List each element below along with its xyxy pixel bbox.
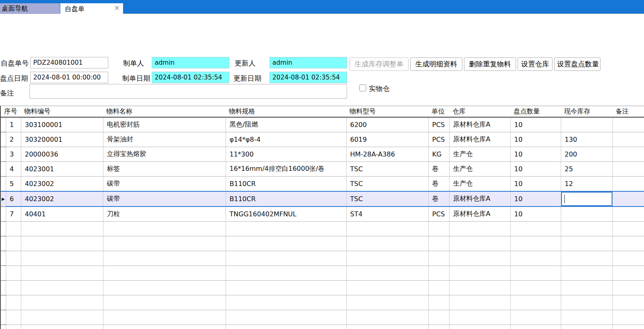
cell-name[interactable]: 碳带 <box>103 191 226 206</box>
cell-warehouse[interactable]: 生产仓 <box>449 162 510 177</box>
cell-warehouse[interactable]: 生产仓 <box>449 177 510 192</box>
generate-detail-button[interactable]: 生成明细资料 <box>410 57 462 71</box>
cell-remark[interactable] <box>612 191 644 206</box>
col-header-8[interactable]: 现今库存 <box>561 106 612 118</box>
cell-remark[interactable] <box>612 147 644 162</box>
delete-duplicate-button[interactable]: 删除重复物料 <box>464 57 516 71</box>
table-row[interactable]: 1303100001电机密封筋黑色/阻燃6200PCS原材料仓库A10 <box>0 117 644 132</box>
cell-remark[interactable] <box>612 162 644 177</box>
table-row[interactable]: 54023002碳带B110CRTSC卷生产仓1012 <box>0 177 644 192</box>
cell-stock[interactable] <box>561 191 612 206</box>
cell-stock[interactable]: 130 <box>561 132 612 147</box>
cell-code[interactable]: 4023002 <box>21 177 103 192</box>
cell-code[interactable]: 303200001 <box>21 132 103 147</box>
cell-remark[interactable] <box>612 117 644 132</box>
cell-warehouse[interactable]: 原材料仓库A <box>449 132 510 147</box>
cell-remark[interactable] <box>612 177 644 192</box>
col-header-6[interactable]: 仓库 <box>449 106 510 118</box>
table-row[interactable]: 320000036立得宝热熔胶11*300HM-28A-A386KG生产仓102… <box>0 147 644 162</box>
cell-model[interactable]: HM-28A-A386 <box>346 147 428 162</box>
cell-spec[interactable]: 16*16mm/4排空白16000张/卷 <box>226 162 346 177</box>
remark-input[interactable] <box>30 84 347 99</box>
cell-stock[interactable] <box>561 206 612 222</box>
cell-model[interactable]: TSC <box>346 191 428 206</box>
cell-code[interactable]: 40401 <box>21 206 103 222</box>
stock-edit-box[interactable] <box>561 192 612 206</box>
cell-name[interactable]: 刀粒 <box>103 206 226 222</box>
order-no-input[interactable] <box>30 57 108 68</box>
cell-model[interactable]: 6019 <box>346 132 428 147</box>
cell-count[interactable]: 10 <box>510 191 561 206</box>
col-header-5[interactable]: 单位 <box>428 106 449 118</box>
table-row[interactable]: 740401刀粒TNGG160402MFNULST4PCS原材料仓库A10 <box>0 206 644 222</box>
tab-desktop-navigation[interactable]: 桌面导航 <box>0 3 60 14</box>
cell-warehouse[interactable]: 原材料仓库A <box>449 117 510 132</box>
inventory-date-input[interactable] <box>30 72 108 83</box>
table-row[interactable]: ▶64023002碳带B110CRTSC卷原材料仓库A10 <box>0 191 644 206</box>
cell-stock[interactable]: 200 <box>561 147 612 162</box>
cell-code[interactable]: 20000036 <box>21 147 103 162</box>
cell-count[interactable]: 10 <box>510 132 561 147</box>
cell-name[interactable]: 碳带 <box>103 177 226 192</box>
cell-spec[interactable]: 黑色/阻燃 <box>226 117 346 132</box>
col-header-9[interactable]: 备注 <box>612 106 644 118</box>
cell-name[interactable]: 电机密封筋 <box>103 117 226 132</box>
empty-cell <box>510 281 561 295</box>
generate-adjustment-button[interactable]: 生成库存调整单 <box>349 57 409 71</box>
cell-warehouse[interactable]: 生产仓 <box>449 147 510 162</box>
make-date-input[interactable] <box>152 72 229 83</box>
cell-unit[interactable]: 卷 <box>428 191 449 206</box>
empty-cell <box>612 310 644 325</box>
cell-name[interactable]: 标签 <box>103 162 226 177</box>
cell-count[interactable]: 10 <box>510 117 561 132</box>
table-row[interactable]: 2303200001骨架油封φ14*φ8-46019PCS原材料仓库A10130 <box>0 132 644 147</box>
cell-unit[interactable]: 卷 <box>428 177 449 192</box>
cell-model[interactable]: 6200 <box>346 117 428 132</box>
col-header-2[interactable]: 物料名称 <box>103 106 226 118</box>
cell-remark[interactable] <box>612 132 644 147</box>
set-count-button[interactable]: 设置盘点数量 <box>554 57 601 71</box>
cell-unit[interactable]: 卷 <box>428 162 449 177</box>
col-header-1[interactable]: 物料编号 <box>21 106 103 118</box>
set-warehouse-button[interactable]: 设置仓库 <box>518 57 553 71</box>
cell-warehouse[interactable]: 原材料仓库A <box>449 191 510 206</box>
update-date-input[interactable] <box>269 72 347 83</box>
cell-name[interactable]: 骨架油封 <box>103 132 226 147</box>
cell-code[interactable]: 4023001 <box>21 162 103 177</box>
cell-unit[interactable]: KG <box>428 147 449 162</box>
maker-input[interactable] <box>152 57 229 68</box>
cell-stock[interactable]: 12 <box>561 177 612 192</box>
cell-count[interactable]: 10 <box>510 177 561 192</box>
cell-spec[interactable]: 11*300 <box>226 147 346 162</box>
cell-name[interactable]: 立得宝热熔胶 <box>103 147 226 162</box>
cell-model[interactable]: TSC <box>346 177 428 192</box>
cell-unit[interactable]: PCS <box>428 206 449 222</box>
cell-count[interactable]: 10 <box>510 206 561 222</box>
cell-spec[interactable]: B110CR <box>226 191 346 206</box>
cell-spec[interactable]: B110CR <box>226 177 346 192</box>
cell-stock[interactable] <box>561 117 612 132</box>
cell-model[interactable]: ST4 <box>346 206 428 222</box>
table-row[interactable]: 44023001标签16*16mm/4排空白16000张/卷TSC卷生产仓102… <box>0 162 644 177</box>
col-header-3[interactable]: 物料规格 <box>226 106 346 118</box>
cell-code[interactable]: 303100001 <box>21 117 103 132</box>
cell-count[interactable]: 10 <box>510 147 561 162</box>
cell-spec[interactable]: TNGG160402MFNUL <box>226 206 346 222</box>
tab-self-inventory[interactable]: 自盘单 × <box>60 3 123 15</box>
col-header-4[interactable]: 物料型号 <box>346 106 428 118</box>
col-header-7[interactable]: 盘点数量 <box>510 106 561 118</box>
cell-warehouse[interactable]: 原材料仓库A <box>449 206 510 222</box>
close-icon[interactable]: × <box>114 5 120 11</box>
col-header-seq[interactable]: 序号 <box>0 106 21 118</box>
cell-model[interactable]: TSC <box>346 162 428 177</box>
cell-unit[interactable]: PCS <box>428 117 449 132</box>
cell-code[interactable]: 4023002 <box>21 191 103 206</box>
cell-stock[interactable]: 25 <box>561 162 612 177</box>
empty-cell <box>510 325 561 329</box>
cell-remark[interactable] <box>612 206 644 222</box>
physical-warehouse-checkbox[interactable] <box>359 84 366 91</box>
cell-count[interactable]: 10 <box>510 162 561 177</box>
updater-input[interactable] <box>269 57 347 68</box>
cell-spec[interactable]: φ14*φ8-4 <box>226 132 346 147</box>
cell-unit[interactable]: PCS <box>428 132 449 147</box>
